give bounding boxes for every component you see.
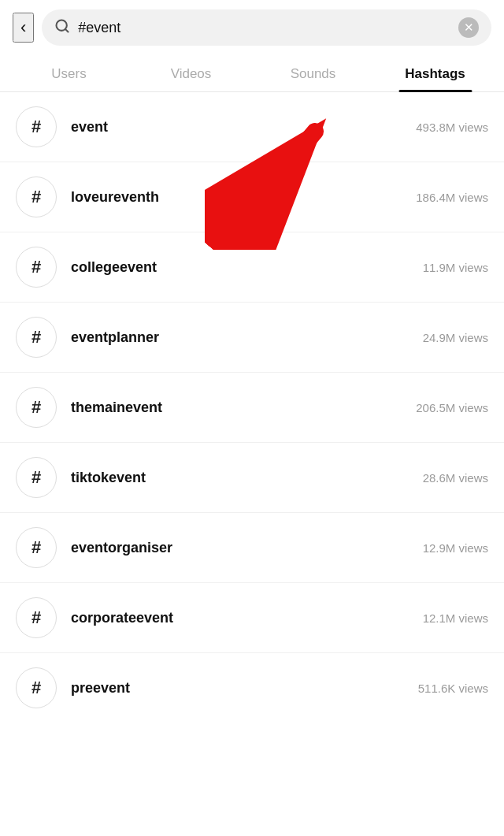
hashtag-item[interactable]: # preevent 511.6K views [0, 653, 504, 723]
hashtag-item[interactable]: # tiktokevent 28.6M views [0, 443, 504, 513]
hashtag-views: 511.6K views [418, 682, 488, 695]
hash-icon: # [16, 527, 57, 568]
tab-hashtags[interactable]: Hashtags [374, 55, 496, 91]
hashtag-name: themainevent [71, 399, 402, 416]
hashtag-item[interactable]: # themainevent 206.5M views [0, 373, 504, 443]
hashtag-name: collegeevent [71, 259, 409, 276]
hash-icon: # [16, 317, 57, 358]
hashtag-name: eventorganiser [71, 540, 409, 556]
hashtag-name: loveureventh [71, 189, 402, 206]
search-bar-container: ‹ ✕ [0, 0, 504, 55]
hashtag-name: eventplanner [71, 329, 409, 346]
hashtag-views: 28.6M views [423, 471, 488, 485]
hash-icon: # [16, 597, 57, 638]
hashtag-item[interactable]: # corporateevent 12.1M views [0, 583, 504, 653]
hashtag-item[interactable]: # collegeevent 11.9M views [0, 232, 504, 303]
search-input[interactable] [78, 20, 450, 36]
hashtag-name: preevent [71, 680, 404, 697]
hash-icon: # [16, 106, 57, 147]
hashtag-item[interactable]: # loveureventh 186.4M views [0, 162, 504, 232]
hashtag-name: tiktokevent [71, 470, 409, 486]
hashtag-views: 206.5M views [416, 401, 488, 414]
hashtag-views: 493.8M views [416, 121, 488, 134]
hashtag-views: 11.9M views [423, 261, 488, 274]
hash-icon: # [16, 457, 57, 498]
hashtag-name: event [71, 119, 402, 136]
tabs-bar: Users Videos Sounds Hashtags [0, 55, 504, 92]
clear-button[interactable]: ✕ [458, 17, 479, 38]
svg-line-1 [65, 28, 69, 32]
hash-icon: # [16, 247, 57, 288]
tab-users[interactable]: Users [8, 55, 130, 91]
hashtag-item[interactable]: # eventorganiser 12.9M views [0, 513, 504, 583]
hash-icon: # [16, 387, 57, 428]
hashtag-views: 186.4M views [416, 191, 488, 204]
hashtag-name: corporateevent [71, 610, 409, 626]
hashtag-views: 12.1M views [423, 611, 488, 625]
search-icon [54, 18, 70, 38]
tab-sounds[interactable]: Sounds [252, 55, 374, 91]
hashtag-list: # event 493.8M views # loveureventh 186.… [0, 92, 504, 723]
hash-icon: # [16, 667, 57, 708]
hash-icon: # [16, 176, 57, 217]
back-button[interactable]: ‹ [13, 13, 34, 43]
hashtag-item[interactable]: # eventplanner 24.9M views [0, 303, 504, 373]
tab-videos[interactable]: Videos [130, 55, 252, 91]
search-bar: ✕ [42, 9, 491, 46]
hashtag-item[interactable]: # event 493.8M views [0, 92, 504, 162]
hashtag-views: 24.9M views [423, 331, 488, 344]
hashtag-views: 12.9M views [423, 541, 488, 555]
